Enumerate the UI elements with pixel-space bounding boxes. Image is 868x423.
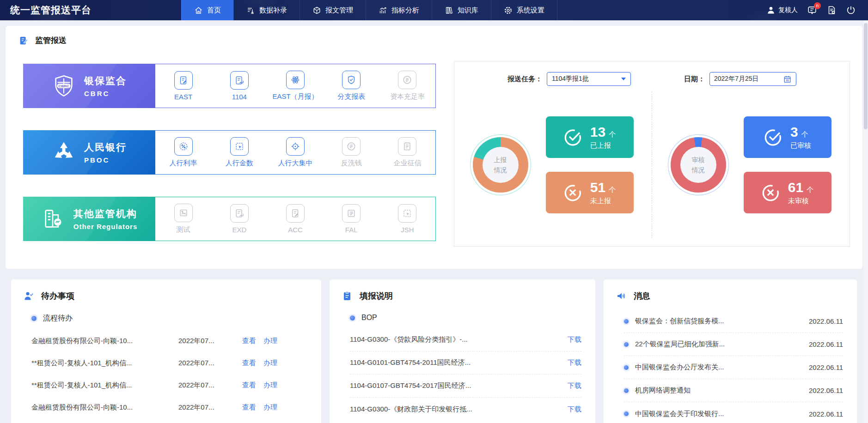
upload-donut-label: 上报 情况 [483, 147, 519, 183]
report-entry-1104[interactable]: 1104 [211, 64, 267, 108]
todo-group[interactable]: 流程待办 [31, 314, 307, 323]
download-link[interactable]: 下载 [568, 335, 581, 344]
logout-button[interactable] [846, 5, 856, 15]
entry-label: 测试 [177, 225, 190, 234]
handle-link[interactable]: 办理 [263, 337, 277, 345]
report-entry-pboc-centralized[interactable]: 人行大集中 [267, 131, 323, 174]
regulatory-reporting-card: 监管报送 银保监合 CBRC EAST [6, 26, 862, 269]
date-picker[interactable]: 2022年7月25日 [709, 72, 796, 86]
regulator-row-other: 其他监管机构 Other Regulators 测试 EXD [23, 197, 436, 241]
circle-doc-icon [342, 137, 361, 156]
report-entry-fal[interactable]: FAL [324, 197, 379, 241]
page-scrollbar[interactable] [863, 20, 868, 423]
messages-panel: 消息 银保监会：创新信贷服务模... 2022.06.11 22个银保监局已细化… [604, 279, 857, 423]
instruction-title: 1104-G0300-《财政部关于印发银行抵... [350, 405, 560, 414]
todo-item-date: 2022年07... [178, 381, 235, 390]
message-row[interactable]: 中国银保监会关于印发银行... 2022.06.11 [624, 402, 843, 423]
not-reviewed-count-card: 61个 未审核 [744, 172, 831, 213]
message-row[interactable]: 机房网络调整通知 2022.06.11 [624, 379, 843, 402]
download-link[interactable]: 下载 [568, 381, 581, 390]
view-link[interactable]: 查看 [242, 337, 256, 345]
entry-label: EXD [232, 226, 246, 234]
instructions-group[interactable]: BOP [350, 314, 581, 322]
nav-data-supplement[interactable]: 数据补录 [233, 0, 300, 20]
task-select[interactable]: 1104季报1批 [547, 72, 631, 86]
doc-tool-icon [230, 71, 249, 90]
report-entry-test[interactable]: 测试 [155, 197, 211, 241]
message-row[interactable]: 银保监会：创新信贷服务模... 2022.06.11 [624, 310, 843, 333]
report-entry-capital-adequacy[interactable]: 资本充足率 [379, 64, 435, 108]
instruction-row: 1104-G0101-GBT4754-2011国民经济... 下载 [350, 351, 581, 375]
scrollbar-thumb[interactable] [864, 23, 868, 129]
speaker-icon [616, 290, 627, 302]
nav-home[interactable]: 首页 [181, 0, 233, 20]
doc-edit-icon [286, 204, 305, 223]
regulator-list: 银保监合 CBRC EAST 1104 EAST（月报） [23, 64, 436, 263]
handle-link[interactable]: 办理 [263, 403, 277, 412]
entry-label: 分支报表 [337, 92, 365, 101]
todo-row: 金融租赁股份有限公司-向颖-10... 2022年07... 查看 办理 [31, 396, 307, 418]
top-navbar: 统一监管报送平台 首页 数据补录 报文管理 指标分析 知识库 [0, 0, 868, 20]
view-link[interactable]: 查看 [242, 381, 256, 390]
report-entry-aml[interactable]: 反洗钱 [324, 131, 379, 174]
scan-pointer-icon [230, 137, 249, 156]
regulator-abbr: Other Regulators [73, 223, 138, 230]
nav-message-management[interactable]: 报文管理 [300, 0, 366, 20]
view-link[interactable]: 查看 [242, 359, 256, 368]
task-select-label: 报送任务： [507, 75, 542, 84]
report-entry-pboc-gold-data[interactable]: 人行金数 [211, 131, 267, 174]
pboc-emblem-icon [52, 140, 76, 164]
report-entry-jsh[interactable]: JSH [379, 197, 435, 241]
shield-icon [342, 71, 361, 89]
messages-title: 消息 [634, 290, 650, 302]
not-reviewed-count: 61 [788, 180, 803, 195]
section-title: 监管报送 [35, 35, 67, 46]
section-header: 监管报送 [18, 35, 67, 46]
nav-indicator-analysis[interactable]: 指标分析 [366, 0, 432, 20]
regulator-name: 其他监管机构 [73, 207, 138, 220]
bullet-icon [624, 365, 629, 370]
bullet-icon [624, 319, 629, 324]
report-entry-east-monthly[interactable]: EAST（月报） [267, 64, 323, 108]
atom-icon [286, 71, 305, 89]
messages-button[interactable]: n [807, 5, 817, 15]
download-link[interactable]: 下载 [568, 358, 581, 367]
message-row[interactable]: 中国银保监会办公厅发布关... 2022.06.11 [624, 356, 843, 379]
app-title: 统一监管报送平台 [0, 0, 181, 20]
donut-label-line: 审核 [692, 155, 705, 165]
instruction-row: 1104-G0107-GBT4754-2017国民经济... 下载 [350, 375, 581, 398]
clipboard-icon [342, 290, 353, 302]
download-link[interactable]: 下载 [568, 405, 581, 414]
report-entry-branch-report[interactable]: 分支报表 [324, 64, 379, 108]
handle-link[interactable]: 办理 [263, 359, 277, 368]
bullet-icon [31, 316, 37, 321]
date-value: 2022年7月25日 [714, 75, 759, 83]
entry-label: ACC [288, 226, 303, 234]
report-entry-east[interactable]: EAST [155, 64, 211, 108]
nav-knowledge-base[interactable]: 知识库 [432, 0, 491, 20]
upload-donut-chart: 上报 情况 [473, 137, 528, 193]
check-circle-icon [563, 128, 582, 146]
donut-label-line: 情况 [692, 165, 705, 175]
donut-label-line: 上报 [494, 155, 507, 165]
count-unit: 个 [801, 130, 808, 138]
report-entry-exd[interactable]: EXD [211, 197, 267, 241]
messages-list: 银保监会：创新信贷服务模... 2022.06.11 22个银保监局已细化加强新… [624, 310, 843, 423]
circle-doc-icon [398, 71, 416, 89]
page: 统一监管报送平台 首页 数据补录 报文管理 指标分析 知识库 [0, 0, 868, 423]
report-entry-acc[interactable]: ACC [267, 197, 323, 241]
nav-label: 系统设置 [517, 6, 544, 15]
message-row[interactable]: 22个银保监局已细化加强新... 2022.06.11 [624, 333, 843, 356]
review-donut-chart: 审核 情况 [671, 137, 726, 193]
report-entry-enterprise-credit[interactable]: 企业征信 [379, 131, 435, 174]
handle-link[interactable]: 办理 [263, 381, 277, 390]
cbrc-shield-icon [52, 74, 76, 98]
count-unit: 个 [807, 186, 813, 193]
nav-system-settings[interactable]: 系统设置 [491, 0, 557, 20]
current-user[interactable]: 复核人 [766, 6, 798, 15]
cbrc-entries: EAST 1104 EAST（月报） 分支报表 [155, 64, 436, 108]
view-link[interactable]: 查看 [242, 403, 256, 412]
report-log-button[interactable] [826, 5, 837, 15]
report-entry-pboc-rate[interactable]: 人行利率 [155, 131, 211, 174]
uploaded-label: 已上报 [590, 141, 616, 150]
